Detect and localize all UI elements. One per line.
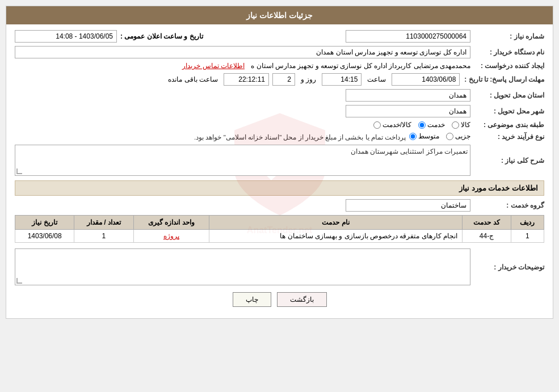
cell-service-name: انجام کارهای متفرقه درخصوص بازسازی و بهس… [209, 230, 463, 243]
process-motevaset: متوسط [409, 132, 439, 140]
buyer-org-label: نام دستگاه خریدار : [470, 48, 544, 56]
creator-name: محمدمهدی مرتضایی کاربرداز اداره کل نوساز… [251, 62, 470, 70]
buyer-org-value: اداره کل توسازی توسعه و تجهیز مدارس استا… [15, 46, 470, 58]
creator-contact-link[interactable]: اطلاعات تماس خریدار [182, 62, 245, 70]
need-number-display: 1103000275000064 [346, 30, 470, 43]
col-qty: تعداد / مقدار [74, 216, 133, 230]
buyer-org-display: اداره کل توسازی توسعه و تجهیز مدارس استا… [15, 46, 470, 58]
row-buyer-org: نام دستگاه خریدار : اداره کل توسازی توسع… [15, 46, 544, 58]
province-value: همدان [15, 89, 470, 102]
buyer-notes-value [15, 248, 470, 285]
services-section-header: اطلاعات خدمات مورد نیاز [15, 180, 544, 196]
row-need-number: شماره نیاز : 1103000275000064 تاریخ و سا… [15, 30, 544, 43]
buyer-notes-label: توضیحات خریدار : [470, 263, 544, 271]
need-desc-textarea-wrapper: تعمیرات مراکز استثنایی شهرستان همدان [15, 145, 470, 176]
category-radio-group: کالا خدمت کالا/خدمت [373, 121, 470, 129]
col-row-number: ردیف [511, 216, 544, 230]
process-content: جزیی متوسط پرداخت تمام یا بخشی از مبلغ خ… [194, 132, 470, 141]
deadline-remaining-display: 22:12:11 [224, 73, 269, 86]
deadline-time-display: 14:15 [322, 73, 362, 86]
row-buyer-notes: توضیحات خریدار : [15, 248, 544, 285]
cell-row-number: 1 [511, 230, 544, 243]
cell-service-code: ج-44 [463, 230, 511, 243]
creator-info: محمدمهدی مرتضایی کاربرداز اداره کل نوساز… [15, 62, 470, 70]
process-label: نوع فرآیند خرید : [470, 133, 544, 141]
cell-unit: پروژه [133, 230, 209, 243]
creator-label: ایجاد کننده درخواست : [470, 62, 544, 70]
category-kala: کالا [452, 121, 470, 129]
service-group-label: گروه خدمت : [470, 201, 544, 209]
process-jozii: جزیی [446, 132, 470, 140]
province-label: استان محل تحویل : [470, 91, 544, 99]
row-province: استان محل تحویل : همدان [15, 89, 544, 102]
deadline-days-display: 2 [272, 73, 295, 86]
city-label: شهر محل تحویل : [470, 107, 544, 115]
resize-corner [16, 168, 22, 174]
row-need-desc: شرح کلی نیاز : تعمیرات مراکز استثنایی شه… [15, 145, 544, 176]
row-category: طبقه بندی موضوعی : کالا خدمت کالا/خدمت [15, 121, 544, 129]
process-description: پرداخت تمام یا بخشی از مبلغ خریدار از مح… [194, 132, 406, 141]
need-desc-content: تعمیرات مراکز استثنایی شهرستان همدان [351, 147, 468, 155]
need-desc-value: تعمیرات مراکز استثنایی شهرستان همدان [15, 145, 470, 176]
col-date: تاریخ نیاز [15, 216, 74, 230]
category-label: طبقه بندی موضوعی : [470, 121, 544, 129]
back-button[interactable]: بازگشت [277, 292, 327, 307]
process-motevaset-label: متوسط [418, 132, 439, 140]
category-kala-khedmat-radio[interactable] [373, 121, 381, 129]
card-header: جزئیات اطلاعات نیاز [6, 6, 553, 24]
buyer-notes-resize-corner [16, 278, 22, 284]
need-desc-label: شرح کلی نیاز : [470, 157, 544, 165]
deadline-days-label: روز و [301, 75, 316, 83]
category-kala-radio[interactable] [452, 121, 459, 129]
category-khedmat: خدمت [418, 121, 445, 129]
card-body: AnatTender.net شماره نیاز : 110300027500… [6, 24, 553, 318]
announce-date-label: تاریخ و ساعت اعلان عمومی : [120, 32, 203, 40]
col-service-name: نام حدمت [209, 216, 463, 230]
row-service-group: گروه خدمت : ساختمان [15, 199, 544, 212]
process-jozii-label: جزیی [455, 132, 470, 140]
process-motevaset-radio[interactable] [409, 133, 417, 140]
need-number-label: شماره نیاز : [470, 32, 544, 40]
main-card: جزئیات اطلاعات نیاز AnatTender.net شماره… [6, 6, 553, 319]
province-display: همدان [346, 89, 470, 102]
announce-date-display: 1403/06/05 - 14:08 [15, 30, 117, 43]
table-header-row: ردیف کد حدمت نام حدمت واحد اندازه گیری ت… [15, 216, 544, 230]
need-number-value: 1103000275000064 [215, 30, 470, 43]
process-radio-group: جزیی متوسط [409, 132, 470, 140]
row-creator: ایجاد کننده درخواست : محمدمهدی مرتضایی ک… [15, 62, 544, 70]
deadline-remaining-label: ساعت باقی مانده [168, 75, 218, 83]
col-unit: واحد اندازه گیری [133, 216, 209, 230]
service-group-value: ساختمان [15, 199, 470, 212]
deadline-label: مهلت ارسال پاسخ: تا تاریخ : [460, 75, 544, 83]
table-row: 1 ج-44 انجام کارهای متفرقه درخصوص بازساز… [15, 230, 544, 243]
city-display: همدان [346, 105, 470, 117]
deadline-values: 1403/06/08 ساعت 14:15 روز و 2 22:12:11 س… [166, 73, 460, 86]
buyer-notes-textarea-wrapper [15, 248, 470, 285]
cell-date: 1403/06/08 [15, 230, 74, 243]
process-jozii-radio[interactable] [446, 133, 453, 140]
services-table: ردیف کد حدمت نام حدمت واحد اندازه گیری ت… [15, 215, 544, 243]
page-wrapper: جزئیات اطلاعات نیاز AnatTender.net شماره… [0, 0, 559, 392]
button-row: بازگشت چاپ [15, 292, 544, 313]
category-khedmat-label: خدمت [427, 121, 445, 129]
category-kala-khedmat-label: کالا/خدمت [383, 121, 411, 129]
print-button[interactable]: چاپ [233, 292, 271, 307]
cell-qty: 1 [74, 230, 133, 243]
page-title: جزئیات اطلاعات نیاز [246, 11, 313, 20]
col-service-code: کد حدمت [463, 216, 511, 230]
deadline-time-label: ساعت [367, 75, 386, 83]
city-value: همدان [15, 105, 470, 117]
table-head: ردیف کد حدمت نام حدمت واحد اندازه گیری ت… [15, 216, 544, 230]
category-khedmat-radio[interactable] [418, 121, 426, 129]
row-process: نوع فرآیند خرید : جزیی متوسط پرداخت تمام… [15, 132, 544, 141]
category-kala-khedmat: کالا/خدمت [373, 121, 411, 129]
category-kala-label: کالا [461, 121, 470, 129]
row-city: شهر محل تحویل : همدان [15, 105, 544, 117]
service-group-display: ساختمان [346, 199, 470, 212]
table-body: 1 ج-44 انجام کارهای متفرقه درخصوص بازساز… [15, 230, 544, 243]
unit-link[interactable]: پروژه [163, 232, 179, 240]
row-deadline: مهلت ارسال پاسخ: تا تاریخ : 1403/06/08 س… [15, 73, 544, 86]
deadline-date-display: 1403/06/08 [392, 73, 460, 86]
